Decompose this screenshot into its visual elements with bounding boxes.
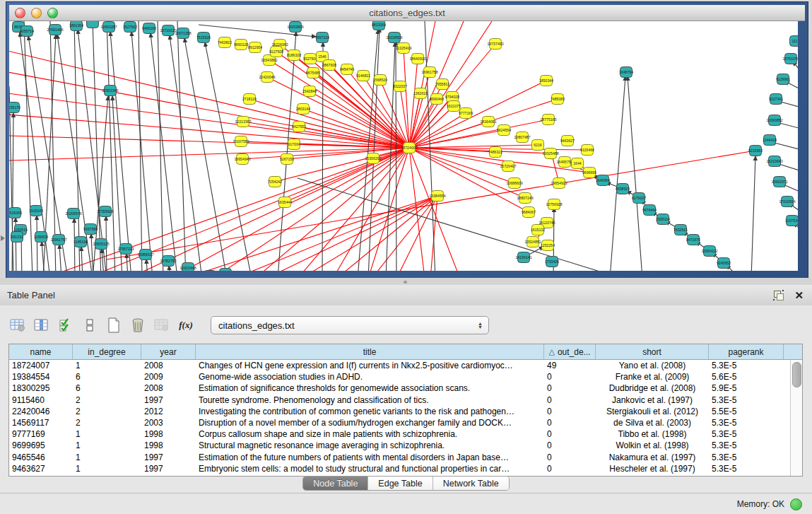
zoom-window-button[interactable] xyxy=(47,8,58,18)
table-row[interactable]: 969969511998Structural magnetic resonanc… xyxy=(9,440,791,451)
graph-node[interactable]: 9129961 xyxy=(776,74,790,85)
graph-node[interactable]: 1644 xyxy=(572,158,584,169)
table-cell[interactable]: 1 xyxy=(73,452,141,462)
graph-node[interactable]: 4055714 xyxy=(20,26,34,37)
table-cell[interactable]: 0 xyxy=(544,429,596,439)
select-column-icon[interactable] xyxy=(33,317,51,334)
graph-node[interactable]: 16961758 xyxy=(421,67,437,78)
graph-node[interactable]: 2342848 xyxy=(302,86,317,97)
graph-node[interactable]: 11325419 xyxy=(396,43,412,54)
graph-edge[interactable] xyxy=(59,245,61,271)
graph-node[interactable]: 7632621 xyxy=(673,225,688,235)
graph-edge[interactable] xyxy=(242,148,409,159)
graph-node[interactable]: 16958107 xyxy=(137,250,153,260)
graph-node[interactable]: 9227341 xyxy=(769,94,783,105)
table-cell[interactable]: 5.5E-5 xyxy=(709,407,784,416)
graph-node[interactable]: 10719133 xyxy=(160,25,176,36)
graph-node[interactable]: 9660128 xyxy=(234,40,248,50)
table-cell[interactable]: Investigating the contribution of common… xyxy=(196,407,544,416)
graph-node[interactable]: 7486322 xyxy=(488,147,502,158)
minimize-window-button[interactable] xyxy=(31,8,42,18)
table-cell[interactable]: 49 xyxy=(544,361,596,370)
graph-node[interactable]: 15692971 xyxy=(771,177,787,187)
graph-edge[interactable] xyxy=(409,21,435,148)
table-row[interactable]: 946554611997Estimation of the future num… xyxy=(9,452,791,463)
column-header-in-degree[interactable]: in_degree xyxy=(73,344,141,359)
graph-node[interactable]: 1568520 xyxy=(373,75,387,86)
table-select-dropdown[interactable]: citations_edges.txt ▲▼ xyxy=(211,316,489,334)
graph-node[interactable]: 1861304 xyxy=(69,21,83,31)
graph-node[interactable]: 14136141 xyxy=(515,252,531,263)
float-panel-icon[interactable] xyxy=(774,291,784,300)
graph-node[interactable]: 9684067 xyxy=(522,207,536,218)
graph-node[interactable]: 8215953 xyxy=(748,146,763,156)
table-cell[interactable]: 9115460 xyxy=(9,395,73,405)
graph-edge[interactable] xyxy=(74,21,80,271)
graph-node[interactable]: 1156829 xyxy=(34,232,48,243)
graph-node[interactable]: 12923448 xyxy=(180,263,196,271)
network-window-titlebar[interactable]: citations_edges.txt xyxy=(9,5,805,21)
graph-node[interactable]: 1648794 xyxy=(619,67,633,78)
table-cell[interactable]: Estimation of significance thresholds fo… xyxy=(196,383,544,393)
graph-node[interactable]: 1640954 xyxy=(596,175,610,186)
graph-node[interactable]: 19384554 xyxy=(429,191,445,201)
table-cell[interactable]: 22420046 xyxy=(9,407,73,416)
delete-rows-icon[interactable] xyxy=(129,317,147,334)
table-cell[interactable]: 18724007 xyxy=(9,361,73,370)
table-row[interactable]: 946362711997Embryonic stem cells: a mode… xyxy=(9,463,791,474)
function-builder-icon[interactable]: f(x) xyxy=(177,317,195,334)
graph-node[interactable]: 391331 xyxy=(11,232,23,243)
table-cell[interactable]: 0 xyxy=(544,440,596,450)
graph-edge[interactable] xyxy=(409,148,525,198)
graph-node[interactable]: 10653287 xyxy=(100,22,117,33)
graph-edge[interactable] xyxy=(213,148,409,271)
table-cell[interactable]: 1998 xyxy=(141,429,196,439)
table-cell[interactable]: 1998 xyxy=(141,440,196,450)
graph-node[interactable]: 16033809 xyxy=(287,22,303,33)
table-cell[interactable]: 6 xyxy=(73,372,141,382)
table-cell[interactable]: 1997 xyxy=(141,395,196,405)
graph-node[interactable]: 9115460 xyxy=(580,145,594,156)
graph-node[interactable]: 6179107 xyxy=(632,193,646,204)
graph-edge[interactable] xyxy=(372,196,437,271)
graph-node[interactable]: 19737493 xyxy=(487,39,503,49)
graph-node[interactable]: 10654112 xyxy=(702,246,718,257)
node-table[interactable]: namein_degreeyeartitle△out_de...shortpag… xyxy=(8,344,803,477)
table-cell[interactable]: 1 xyxy=(73,429,141,439)
graph-node[interactable]: 17359928 xyxy=(97,206,113,217)
graph-edge[interactable] xyxy=(404,48,409,148)
graph-node[interactable]: 1621075 xyxy=(447,101,461,112)
table-cell[interactable]: 5.3E-5 xyxy=(709,418,784,428)
graph-edge[interactable] xyxy=(409,145,538,148)
table-cell[interactable]: 18300295 xyxy=(9,383,73,393)
graph-node[interactable]: 18640910 xyxy=(409,54,425,64)
table-cell[interactable]: 5.9E-5 xyxy=(709,383,784,393)
graph-node[interactable]: 1252254 xyxy=(541,240,555,251)
graph-node[interactable]: 9474444 xyxy=(642,205,657,216)
table-cell[interactable]: 5.6E-5 xyxy=(709,372,784,382)
graph-edge[interactable] xyxy=(751,156,755,271)
table-cell[interactable]: Nakamura et al. (1997) xyxy=(596,452,709,462)
table-cell[interactable]: de Silva et al. (2003) xyxy=(596,418,709,428)
graph-node[interactable]: 18775165 xyxy=(540,115,556,125)
table-cell[interactable]: 2 xyxy=(73,407,141,416)
graph-node[interactable]: 2867608 xyxy=(322,60,336,71)
graph-node[interactable]: 1527602 xyxy=(123,22,137,33)
network-window[interactable]: citations_edges.txt 86394055714276914061… xyxy=(6,1,808,279)
graph-edge[interactable] xyxy=(183,196,437,271)
graph-edge[interactable] xyxy=(430,196,437,271)
table-cell[interactable]: 0 xyxy=(544,418,596,428)
graph-edge[interactable] xyxy=(86,148,409,271)
graph-edge[interactable] xyxy=(169,266,170,271)
graph-node[interactable]: 12093852 xyxy=(766,115,782,126)
graph-node[interactable]: 5267150 xyxy=(280,154,294,165)
tab-node-table[interactable]: Node Table xyxy=(303,477,368,490)
graph-node[interactable]: 15720407 xyxy=(500,161,516,172)
graph-node[interactable]: 5675685 xyxy=(306,68,320,78)
graph-node[interactable]: 12213363 xyxy=(235,117,251,127)
table-cell[interactable]: 2012 xyxy=(141,407,196,416)
table-cell[interactable]: 1997 xyxy=(141,452,196,462)
table-cell[interactable]: 2003 xyxy=(141,418,196,428)
graph-node[interactable]: 1035170 xyxy=(9,103,20,113)
graph-node[interactable]: 18164061 xyxy=(480,117,496,127)
